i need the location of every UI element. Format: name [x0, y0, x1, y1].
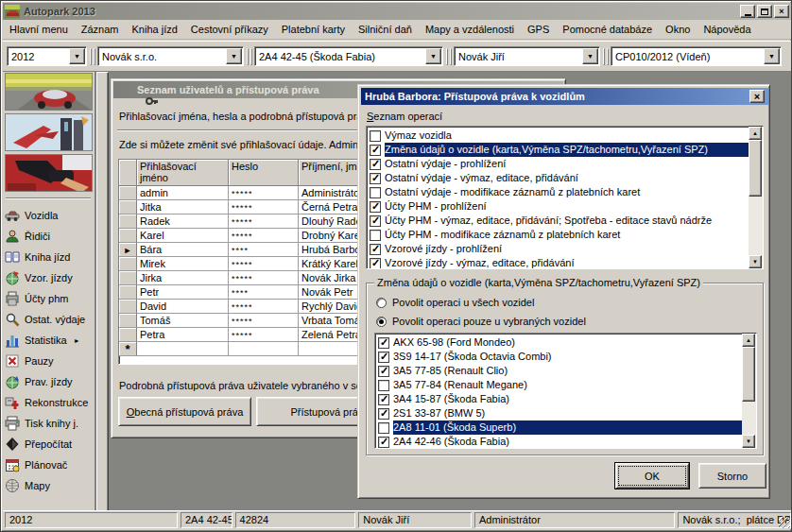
- menu-item[interactable]: Okno: [659, 21, 697, 38]
- vehicle-item[interactable]: 2A4 42-46 (Škoda Fabia): [375, 435, 742, 449]
- row-selector[interactable]: [119, 257, 137, 271]
- menu-item[interactable]: Platební karty: [275, 21, 352, 38]
- ok-button[interactable]: OK: [615, 463, 689, 489]
- checkbox[interactable]: [370, 145, 381, 156]
- checkbox[interactable]: [378, 337, 389, 349]
- menu-item[interactable]: GPS: [521, 21, 556, 38]
- vehicle-item[interactable]: 2A8 11-01 (Škoda Superb): [375, 420, 742, 435]
- checkbox[interactable]: [370, 173, 381, 184]
- row-selector[interactable]: [119, 285, 137, 300]
- close-button[interactable]: ×: [774, 5, 789, 18]
- sidebar-item[interactable]: Pauzy ►: [5, 351, 95, 371]
- sidebar-item[interactable]: Rekonstrukce ►: [5, 392, 95, 413]
- menu-item[interactable]: Záznam: [75, 21, 126, 38]
- checkbox[interactable]: [370, 230, 381, 241]
- row-selector[interactable]: [119, 186, 137, 200]
- row-selector[interactable]: [119, 243, 137, 257]
- checkbox[interactable]: [378, 437, 389, 448]
- row-selector[interactable]: [119, 200, 137, 215]
- maximize-button[interactable]: [757, 5, 772, 18]
- sidebar-item[interactable]: Plánovač ►: [5, 455, 95, 475]
- sidebar-item[interactable]: Přepočítat ►: [5, 434, 95, 455]
- menu-item[interactable]: Kniha jízd: [126, 21, 184, 38]
- checkbox[interactable]: [370, 130, 381, 142]
- operations-scrollbar[interactable]: ▲ ▼: [749, 126, 764, 269]
- checkbox[interactable]: [378, 422, 389, 434]
- checkbox[interactable]: [370, 215, 381, 227]
- operation-item[interactable]: Změna údajů o vozidle (karta,Výměna SPZ/…: [367, 143, 749, 157]
- vehicle-item[interactable]: AKX 65-98 (Ford Mondeo): [375, 335, 742, 350]
- menu-item[interactable]: Hlavní menu: [3, 21, 75, 38]
- checkbox[interactable]: [378, 380, 389, 391]
- chevron-down-icon[interactable]: ▼: [425, 48, 441, 64]
- vehicle-item[interactable]: 2S1 33-87 (BMW 5): [375, 406, 742, 420]
- checkbox[interactable]: [378, 408, 389, 420]
- scroll-down-icon[interactable]: ▼: [749, 255, 762, 268]
- checkbox[interactable]: [370, 244, 381, 255]
- scroll-up-icon[interactable]: ▲: [742, 334, 755, 347]
- sidebar-item[interactable]: Statistika ►: [5, 330, 95, 351]
- row-selector[interactable]: [119, 229, 137, 243]
- toolbar-combo[interactable]: 2012 ▼: [7, 46, 87, 66]
- row-selector[interactable]: [119, 328, 137, 342]
- operation-item[interactable]: Účty PHM - prohlížení: [367, 199, 749, 214]
- chevron-down-icon[interactable]: ▼: [226, 48, 242, 64]
- scroll-thumb[interactable]: [749, 140, 762, 197]
- checkbox[interactable]: [370, 159, 381, 170]
- sidebar-photo-car[interactable]: [5, 73, 93, 111]
- sidebar-item[interactable]: Ostat. výdaje ►: [5, 309, 95, 330]
- menu-item[interactable]: Nápověda: [697, 21, 757, 38]
- toolbar-combo[interactable]: Novák Jiří ▼: [454, 46, 600, 66]
- operation-item[interactable]: Vzorové jízdy - výmaz, editace, přidáván…: [367, 256, 749, 269]
- vehicles-scrollbar[interactable]: ▲ ▼: [742, 333, 757, 449]
- operation-item[interactable]: Ostatní výdaje - prohlížení: [367, 157, 749, 171]
- menu-item[interactable]: Cestovní příkazy: [184, 21, 275, 38]
- sidebar-item[interactable]: Řidiči ►: [5, 226, 95, 247]
- operation-item[interactable]: Výmaz vozidla: [367, 129, 749, 143]
- operation-item[interactable]: Ostatní výdaje - výmaz, editace, přidává…: [367, 171, 749, 185]
- radio-selected-vehicles[interactable]: Povolit operaci pouze u vybraných vozide…: [376, 315, 586, 328]
- general-rights-button[interactable]: Obecná přístupová práva: [118, 397, 251, 426]
- scroll-down-icon[interactable]: ▼: [742, 435, 755, 448]
- row-selector[interactable]: [119, 215, 137, 229]
- sidebar-item[interactable]: Tisk knihy j. ►: [5, 413, 95, 434]
- sidebar-item[interactable]: Účty phm ►: [5, 288, 95, 309]
- sidebar-item[interactable]: Vzor. jízdy ►: [5, 267, 95, 288]
- sidebar-item[interactable]: Kniha jízd ►: [5, 247, 95, 267]
- menu-item[interactable]: Silniční daň: [352, 21, 419, 38]
- sidebar-splitter[interactable]: [96, 72, 109, 512]
- sidebar-photo-travel[interactable]: [5, 113, 93, 151]
- sidebar-item[interactable]: Vozidla ►: [5, 205, 95, 226]
- chevron-down-icon[interactable]: ▼: [764, 48, 780, 64]
- checkbox[interactable]: [378, 394, 389, 405]
- menu-item[interactable]: Pomocné databáze: [556, 21, 659, 38]
- checkbox[interactable]: [378, 352, 389, 363]
- resize-grip[interactable]: [779, 517, 790, 528]
- sidebar-photo-fuel[interactable]: [5, 154, 93, 192]
- sidebar-item[interactable]: Prav. jízdy ►: [5, 371, 95, 392]
- scroll-up-icon[interactable]: ▲: [749, 127, 762, 140]
- toolbar-combo[interactable]: Novák s.r.o. ▼: [97, 46, 244, 66]
- operation-item[interactable]: Účty PHM - výmaz, editace, přidávání; Sp…: [367, 214, 749, 228]
- radio-icon[interactable]: [376, 298, 387, 308]
- close-icon[interactable]: ×: [749, 90, 765, 103]
- row-selector[interactable]: [119, 300, 137, 314]
- vehicle-item[interactable]: 3A4 15-87 (Škoda Fabia): [375, 392, 742, 406]
- vehicle-item[interactable]: 3S9 14-17 (Škoda Octavia Combi): [375, 350, 742, 364]
- sidebar-item[interactable]: Mapy ►: [5, 475, 95, 496]
- chevron-down-icon[interactable]: ▼: [582, 48, 598, 64]
- checkbox[interactable]: [370, 187, 381, 198]
- toolbar-combo[interactable]: CP010/2012 (Vídeň) ▼: [611, 46, 782, 66]
- vehicle-item[interactable]: 3A5 77-84 (Renault Megane): [375, 378, 742, 392]
- radio-icon[interactable]: [376, 317, 387, 327]
- checkbox[interactable]: [370, 201, 381, 213]
- operation-item[interactable]: Vzorové jízdy - prohlížení: [367, 242, 749, 256]
- checkbox[interactable]: [370, 258, 381, 269]
- menu-item[interactable]: Mapy a vzdálenosti: [419, 21, 521, 38]
- operation-item[interactable]: Ostatní výdaje - modifikace záznamů z pl…: [367, 185, 749, 199]
- row-selector[interactable]: [119, 271, 137, 285]
- row-selector[interactable]: [119, 314, 137, 328]
- checkbox[interactable]: [378, 366, 389, 377]
- scroll-thumb[interactable]: [742, 347, 755, 402]
- minimize-button[interactable]: [740, 5, 755, 18]
